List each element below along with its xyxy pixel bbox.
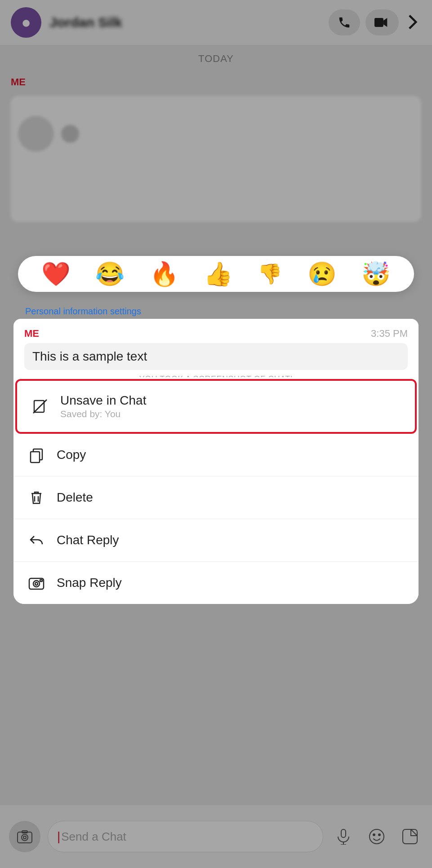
snap-reply-icon: [27, 574, 46, 591]
svg-rect-10: [40, 580, 42, 582]
message-text: This is a sample text: [24, 343, 408, 370]
message-time: 3:35 PM: [371, 328, 408, 339]
reaction-heart[interactable]: ❤️: [41, 262, 71, 286]
unsave-content: Unsave in Chat Saved by: You: [60, 393, 401, 419]
chat-reply-label: Chat Reply: [57, 533, 405, 547]
delete-label: Delete: [57, 490, 405, 505]
chat-reply-icon: [27, 532, 46, 549]
unsave-icon: [31, 398, 49, 415]
svg-point-9: [35, 582, 38, 585]
menu-item-chat-reply[interactable]: Chat Reply: [13, 519, 419, 562]
unsave-label: Unsave in Chat: [60, 393, 401, 408]
svg-rect-4: [31, 452, 40, 463]
copy-content: Copy: [57, 448, 405, 462]
unsave-sublabel: Saved by: You: [60, 409, 401, 419]
delete-icon: [27, 489, 46, 506]
reaction-bar: ❤️ 😂 🔥 👍 👎 😢 🤯: [18, 256, 414, 292]
reaction-fire[interactable]: 🔥: [150, 262, 179, 286]
context-menu: Unsave in Chat Saved by: You Copy Delete: [13, 377, 419, 604]
svg-point-8: [33, 581, 40, 587]
personal-info-link[interactable]: Personal information settings: [25, 306, 141, 317]
menu-item-copy[interactable]: Copy: [13, 434, 419, 476]
reaction-explode[interactable]: 🤯: [361, 262, 391, 286]
reaction-thumbsdown[interactable]: 👎: [258, 264, 282, 284]
snap-reply-label: Snap Reply: [57, 576, 405, 590]
snap-reply-content: Snap Reply: [57, 576, 405, 590]
menu-item-delete[interactable]: Delete: [13, 476, 419, 519]
copy-icon: [27, 446, 46, 463]
reaction-laugh[interactable]: 😂: [95, 262, 125, 286]
menu-item-unsave[interactable]: Unsave in Chat Saved by: You: [15, 379, 417, 434]
message-context: ME 3:35 PM This is a sample text: [13, 319, 419, 379]
message-meta: ME 3:35 PM: [24, 328, 408, 339]
svg-line-2: [33, 400, 47, 413]
delete-content: Delete: [57, 490, 405, 505]
reaction-hug[interactable]: 😢: [307, 262, 337, 286]
chat-reply-content: Chat Reply: [57, 533, 405, 547]
menu-item-snap-reply[interactable]: Snap Reply: [13, 562, 419, 604]
copy-label: Copy: [57, 448, 405, 462]
message-sender: ME: [24, 328, 39, 339]
reaction-thumbsup[interactable]: 👍: [204, 262, 233, 286]
